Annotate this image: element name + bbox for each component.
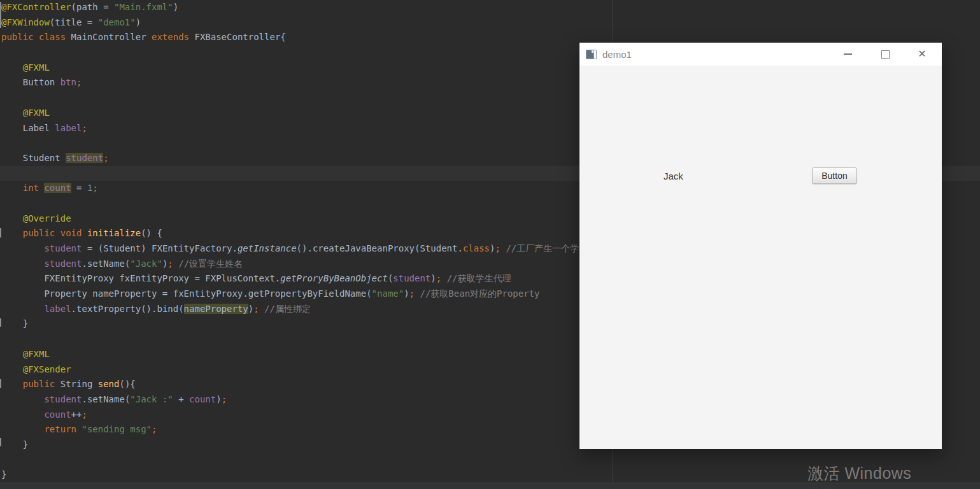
maximize-icon	[881, 50, 890, 59]
send-button[interactable]: Button	[812, 167, 857, 184]
maximize-button[interactable]	[870, 43, 900, 66]
window-content: Jack Button	[579, 66, 942, 449]
gutter-mark	[0, 438, 1, 446]
demo1-window: demo1 ✕ Jack Button	[579, 43, 942, 449]
gutter-mark	[0, 318, 1, 327]
editor-bottom-strip	[0, 483, 980, 489]
minimize-icon	[844, 53, 852, 55]
close-button[interactable]: ✕	[907, 43, 937, 66]
code-line[interactable]	[0, 453, 980, 468]
gutter-mark	[0, 2, 1, 28]
gutter-mark	[0, 379, 1, 388]
window-titlebar[interactable]: demo1 ✕	[579, 43, 942, 66]
minimize-button[interactable]	[833, 43, 862, 66]
code-line[interactable]: @FXController(path = "Main.fxml")	[0, 0, 980, 15]
gutter-mark	[0, 228, 1, 237]
code-line[interactable]: @FXWindow(title = "demo1")	[0, 15, 980, 31]
app-window-icon[interactable]	[586, 50, 597, 59]
code-line[interactable]: }	[0, 467, 980, 483]
name-label: Jack	[664, 171, 683, 181]
close-icon: ✕	[918, 49, 926, 59]
window-title: demo1	[602, 49, 632, 60]
